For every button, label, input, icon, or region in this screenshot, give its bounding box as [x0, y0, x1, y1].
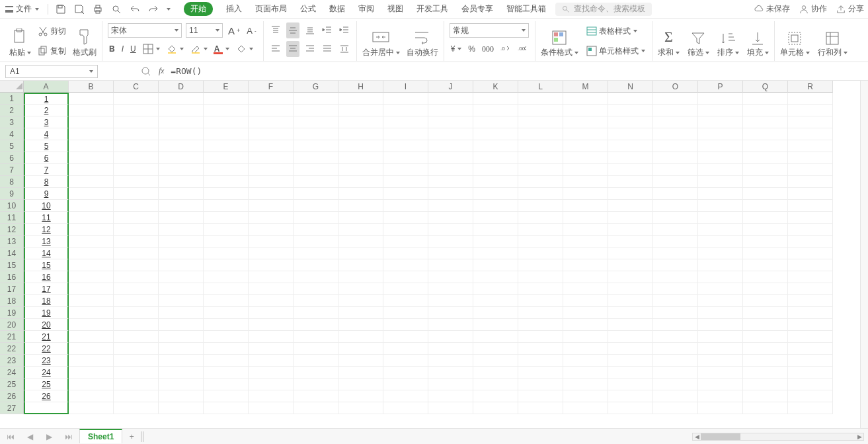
cell[interactable]: [428, 378, 473, 390]
cell[interactable]: [69, 212, 114, 224]
cell[interactable]: [249, 224, 294, 236]
cell[interactable]: 11: [24, 212, 69, 224]
cell[interactable]: [743, 105, 788, 116]
cell[interactable]: [383, 331, 428, 343]
cell[interactable]: [788, 331, 833, 343]
cell[interactable]: [69, 331, 114, 343]
cell[interactable]: [383, 105, 428, 116]
cell[interactable]: [204, 236, 249, 247]
cell[interactable]: [294, 283, 338, 295]
cell[interactable]: [698, 271, 743, 283]
col-header-N[interactable]: N: [608, 81, 653, 93]
save-as-icon[interactable]: [73, 3, 85, 15]
col-header-C[interactable]: C: [114, 81, 159, 93]
cell[interactable]: [114, 283, 159, 295]
cell[interactable]: 19: [24, 307, 69, 319]
row-header[interactable]: 21: [0, 331, 24, 343]
cell[interactable]: [294, 343, 338, 355]
cell[interactable]: [608, 378, 653, 390]
cell[interactable]: [204, 307, 249, 319]
row-header[interactable]: 20: [0, 319, 24, 331]
cell[interactable]: [698, 212, 743, 224]
decrease-decimal-button[interactable]: .00: [516, 41, 530, 57]
col-header-A[interactable]: A: [24, 81, 69, 93]
cell[interactable]: [383, 236, 428, 247]
cell[interactable]: [294, 355, 338, 367]
cell[interactable]: [788, 259, 833, 271]
cell[interactable]: [563, 319, 608, 331]
cell[interactable]: [788, 105, 833, 116]
cell[interactable]: [159, 164, 204, 176]
cell[interactable]: [473, 295, 518, 307]
cell[interactable]: [428, 176, 473, 188]
cell[interactable]: [473, 212, 518, 224]
align-center-button[interactable]: [286, 41, 299, 57]
row-header[interactable]: 22: [0, 343, 24, 355]
comma-button[interactable]: 000: [481, 41, 495, 57]
cell[interactable]: [743, 247, 788, 259]
cell[interactable]: [338, 140, 383, 152]
row-header[interactable]: 12: [0, 224, 24, 236]
cell[interactable]: [338, 152, 383, 164]
cell[interactable]: [608, 307, 653, 319]
cell[interactable]: [563, 188, 608, 200]
col-header-H[interactable]: H: [338, 81, 383, 93]
distribute-button[interactable]: [338, 41, 351, 57]
percent-button[interactable]: %: [467, 41, 477, 57]
cell[interactable]: 2: [24, 105, 69, 116]
cell[interactable]: [788, 93, 833, 105]
cell[interactable]: [383, 224, 428, 236]
cell[interactable]: [608, 93, 653, 105]
cell[interactable]: [204, 116, 249, 128]
conditional-format-button[interactable]: 条件格式: [541, 21, 578, 58]
cell[interactable]: [518, 355, 563, 367]
cell[interactable]: [338, 271, 383, 283]
cell[interactable]: [428, 128, 473, 140]
cell[interactable]: [563, 176, 608, 188]
cell[interactable]: [159, 307, 204, 319]
filter-button[interactable]: 筛选: [688, 21, 709, 58]
cell[interactable]: [653, 176, 698, 188]
align-top-button[interactable]: [269, 22, 282, 38]
cell[interactable]: [69, 295, 114, 307]
cell[interactable]: [518, 283, 563, 295]
cell[interactable]: [518, 331, 563, 343]
tab-开发工具[interactable]: 开发工具: [416, 3, 448, 15]
cell[interactable]: [428, 224, 473, 236]
cell[interactable]: [204, 224, 249, 236]
cell[interactable]: [249, 105, 294, 116]
cell[interactable]: [473, 283, 518, 295]
cell[interactable]: [338, 93, 383, 105]
cell[interactable]: [159, 224, 204, 236]
cell[interactable]: [338, 212, 383, 224]
cell[interactable]: [338, 164, 383, 176]
cell[interactable]: [204, 343, 249, 355]
decrease-indent-button[interactable]: [321, 22, 334, 38]
cell[interactable]: [114, 188, 159, 200]
cell[interactable]: [743, 271, 788, 283]
cell[interactable]: [563, 152, 608, 164]
cell[interactable]: [698, 367, 743, 378]
file-menu[interactable]: 文件: [4, 2, 41, 17]
cell[interactable]: [428, 200, 473, 212]
cell[interactable]: [159, 212, 204, 224]
select-all-corner[interactable]: [0, 81, 24, 93]
cell[interactable]: [563, 271, 608, 283]
sum-button[interactable]: Σ求和: [658, 21, 680, 58]
cell[interactable]: [518, 247, 563, 259]
borders-button[interactable]: [141, 41, 161, 57]
cell[interactable]: [204, 355, 249, 367]
col-header-F[interactable]: F: [249, 81, 294, 93]
scroll-right-icon[interactable]: ▶: [855, 433, 863, 440]
cell[interactable]: [563, 378, 608, 390]
tab-公式[interactable]: 公式: [300, 3, 316, 15]
cell[interactable]: [383, 378, 428, 390]
cell[interactable]: [114, 402, 159, 414]
cell[interactable]: [743, 319, 788, 331]
cell[interactable]: [159, 402, 204, 414]
row-header[interactable]: 25: [0, 378, 24, 390]
cell[interactable]: 21: [24, 331, 69, 343]
cell[interactable]: [563, 224, 608, 236]
cell[interactable]: [338, 188, 383, 200]
underline-button[interactable]: U: [129, 41, 138, 57]
